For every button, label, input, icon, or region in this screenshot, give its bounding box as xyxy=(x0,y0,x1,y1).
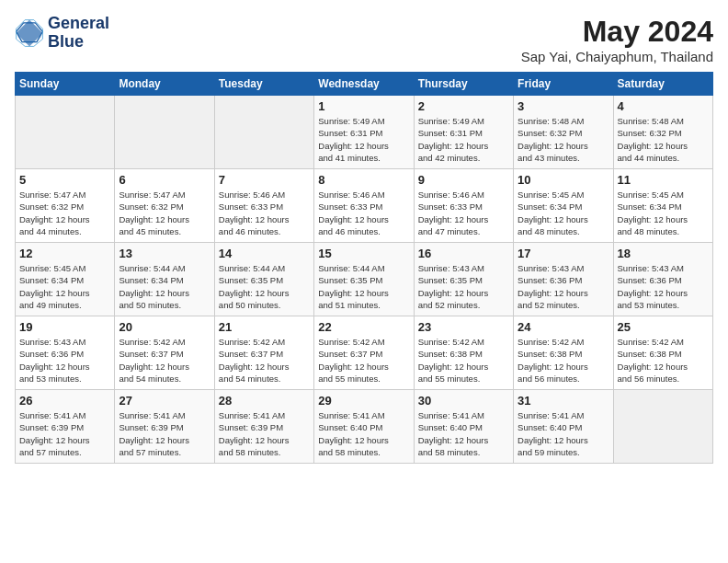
logo-icon xyxy=(15,18,44,48)
calendar-cell xyxy=(115,96,214,169)
calendar-cell: 21Sunrise: 5:42 AM Sunset: 6:37 PM Dayli… xyxy=(214,316,313,390)
weekday-header-monday: Monday xyxy=(115,73,214,96)
day-info: Sunrise: 5:45 AM Sunset: 6:34 PM Dayligh… xyxy=(19,262,110,311)
calendar-cell: 22Sunrise: 5:42 AM Sunset: 6:37 PM Dayli… xyxy=(314,316,414,390)
calendar-cell: 29Sunrise: 5:41 AM Sunset: 6:40 PM Dayli… xyxy=(314,390,414,464)
day-info: Sunrise: 5:42 AM Sunset: 6:37 PM Dayligh… xyxy=(219,336,310,385)
weekday-header-saturday: Saturday xyxy=(613,73,712,96)
day-info: Sunrise: 5:49 AM Sunset: 6:31 PM Dayligh… xyxy=(418,115,509,164)
day-number: 17 xyxy=(518,247,609,260)
day-number: 3 xyxy=(518,99,609,113)
day-info: Sunrise: 5:41 AM Sunset: 6:39 PM Dayligh… xyxy=(119,409,210,458)
day-info: Sunrise: 5:43 AM Sunset: 6:36 PM Dayligh… xyxy=(19,336,110,385)
weekday-header-wednesday: Wednesday xyxy=(314,73,414,96)
day-number: 16 xyxy=(418,247,509,260)
calendar-cell: 30Sunrise: 5:41 AM Sunset: 6:40 PM Dayli… xyxy=(414,390,513,464)
calendar-cell: 4Sunrise: 5:48 AM Sunset: 6:32 PM Daylig… xyxy=(613,96,712,169)
calendar-cell xyxy=(214,96,313,169)
day-number: 10 xyxy=(518,173,609,187)
day-number: 9 xyxy=(418,173,509,187)
day-number: 19 xyxy=(19,320,110,334)
day-info: Sunrise: 5:43 AM Sunset: 6:36 PM Dayligh… xyxy=(618,262,709,311)
calendar-cell: 8Sunrise: 5:46 AM Sunset: 6:33 PM Daylig… xyxy=(314,169,414,243)
day-info: Sunrise: 5:42 AM Sunset: 6:38 PM Dayligh… xyxy=(418,336,509,385)
day-info: Sunrise: 5:42 AM Sunset: 6:37 PM Dayligh… xyxy=(119,336,210,385)
day-number: 7 xyxy=(219,173,310,187)
logo: General Blue xyxy=(15,15,109,52)
day-number: 12 xyxy=(19,247,110,260)
weekday-header-friday: Friday xyxy=(514,73,613,96)
day-info: Sunrise: 5:46 AM Sunset: 6:33 PM Dayligh… xyxy=(318,189,409,237)
page-header: General Blue May 2024 Sap Yai, Chaiyaphu… xyxy=(15,15,713,64)
day-number: 31 xyxy=(518,394,609,408)
calendar-week-5: 26Sunrise: 5:41 AM Sunset: 6:39 PM Dayli… xyxy=(16,390,713,464)
day-number: 21 xyxy=(219,320,310,334)
day-number: 27 xyxy=(119,394,210,408)
day-info: Sunrise: 5:45 AM Sunset: 6:34 PM Dayligh… xyxy=(618,189,709,237)
calendar-cell: 24Sunrise: 5:42 AM Sunset: 6:38 PM Dayli… xyxy=(514,316,613,390)
day-number: 4 xyxy=(618,99,709,113)
calendar-cell: 17Sunrise: 5:43 AM Sunset: 6:36 PM Dayli… xyxy=(514,243,613,316)
day-number: 22 xyxy=(318,320,409,334)
calendar-cell xyxy=(613,390,712,464)
day-info: Sunrise: 5:41 AM Sunset: 6:40 PM Dayligh… xyxy=(418,409,509,458)
calendar-cell: 16Sunrise: 5:43 AM Sunset: 6:35 PM Dayli… xyxy=(414,243,513,316)
day-number: 29 xyxy=(318,394,409,408)
calendar-table: SundayMondayTuesdayWednesdayThursdayFrid… xyxy=(15,72,713,464)
day-number: 5 xyxy=(19,173,110,187)
day-info: Sunrise: 5:44 AM Sunset: 6:35 PM Dayligh… xyxy=(219,262,310,311)
location-subtitle: Sap Yai, Chaiyaphum, Thailand xyxy=(521,49,713,64)
day-number: 25 xyxy=(618,320,709,334)
day-number: 24 xyxy=(518,320,609,334)
day-info: Sunrise: 5:47 AM Sunset: 6:32 PM Dayligh… xyxy=(119,189,210,237)
calendar-cell: 31Sunrise: 5:41 AM Sunset: 6:40 PM Dayli… xyxy=(514,390,613,464)
calendar-cell: 23Sunrise: 5:42 AM Sunset: 6:38 PM Dayli… xyxy=(414,316,513,390)
calendar-cell: 14Sunrise: 5:44 AM Sunset: 6:35 PM Dayli… xyxy=(214,243,313,316)
calendar-cell: 12Sunrise: 5:45 AM Sunset: 6:34 PM Dayli… xyxy=(16,243,115,316)
day-info: Sunrise: 5:44 AM Sunset: 6:34 PM Dayligh… xyxy=(119,262,210,311)
day-info: Sunrise: 5:41 AM Sunset: 6:40 PM Dayligh… xyxy=(318,409,409,458)
day-number: 6 xyxy=(119,173,210,187)
day-info: Sunrise: 5:47 AM Sunset: 6:32 PM Dayligh… xyxy=(19,189,110,237)
calendar-cell: 26Sunrise: 5:41 AM Sunset: 6:39 PM Dayli… xyxy=(16,390,115,464)
day-number: 20 xyxy=(119,320,210,334)
calendar-cell: 1Sunrise: 5:49 AM Sunset: 6:31 PM Daylig… xyxy=(314,96,414,169)
calendar-cell: 2Sunrise: 5:49 AM Sunset: 6:31 PM Daylig… xyxy=(414,96,513,169)
day-number: 11 xyxy=(618,173,709,187)
calendar-cell: 27Sunrise: 5:41 AM Sunset: 6:39 PM Dayli… xyxy=(115,390,214,464)
calendar-week-4: 19Sunrise: 5:43 AM Sunset: 6:36 PM Dayli… xyxy=(16,316,713,390)
day-info: Sunrise: 5:46 AM Sunset: 6:33 PM Dayligh… xyxy=(418,189,509,237)
day-number: 30 xyxy=(418,394,509,408)
calendar-cell: 20Sunrise: 5:42 AM Sunset: 6:37 PM Dayli… xyxy=(115,316,214,390)
day-info: Sunrise: 5:43 AM Sunset: 6:35 PM Dayligh… xyxy=(418,262,509,311)
calendar-cell: 6Sunrise: 5:47 AM Sunset: 6:32 PM Daylig… xyxy=(115,169,214,243)
day-number: 14 xyxy=(219,247,310,260)
calendar-cell: 11Sunrise: 5:45 AM Sunset: 6:34 PM Dayli… xyxy=(613,169,712,243)
calendar-week-2: 5Sunrise: 5:47 AM Sunset: 6:32 PM Daylig… xyxy=(16,169,713,243)
day-info: Sunrise: 5:42 AM Sunset: 6:38 PM Dayligh… xyxy=(618,336,709,385)
day-number: 15 xyxy=(318,247,409,260)
calendar-cell: 10Sunrise: 5:45 AM Sunset: 6:34 PM Dayli… xyxy=(514,169,613,243)
calendar-cell: 9Sunrise: 5:46 AM Sunset: 6:33 PM Daylig… xyxy=(414,169,513,243)
day-number: 28 xyxy=(219,394,310,408)
calendar-cell: 13Sunrise: 5:44 AM Sunset: 6:34 PM Dayli… xyxy=(115,243,214,316)
weekday-header-row: SundayMondayTuesdayWednesdayThursdayFrid… xyxy=(16,73,713,96)
calendar-week-1: 1Sunrise: 5:49 AM Sunset: 6:31 PM Daylig… xyxy=(16,96,713,169)
day-info: Sunrise: 5:45 AM Sunset: 6:34 PM Dayligh… xyxy=(518,189,609,237)
day-number: 2 xyxy=(418,99,509,113)
day-number: 8 xyxy=(318,173,409,187)
calendar-cell: 25Sunrise: 5:42 AM Sunset: 6:38 PM Dayli… xyxy=(613,316,712,390)
calendar-cell: 5Sunrise: 5:47 AM Sunset: 6:32 PM Daylig… xyxy=(16,169,115,243)
calendar-week-3: 12Sunrise: 5:45 AM Sunset: 6:34 PM Dayli… xyxy=(16,243,713,316)
day-info: Sunrise: 5:41 AM Sunset: 6:40 PM Dayligh… xyxy=(518,409,609,458)
calendar-cell: 15Sunrise: 5:44 AM Sunset: 6:35 PM Dayli… xyxy=(314,243,414,316)
day-number: 26 xyxy=(19,394,110,408)
day-info: Sunrise: 5:48 AM Sunset: 6:32 PM Dayligh… xyxy=(518,115,609,164)
day-info: Sunrise: 5:41 AM Sunset: 6:39 PM Dayligh… xyxy=(219,409,310,458)
day-info: Sunrise: 5:48 AM Sunset: 6:32 PM Dayligh… xyxy=(618,115,709,164)
title-block: May 2024 Sap Yai, Chaiyaphum, Thailand xyxy=(521,15,713,64)
day-info: Sunrise: 5:43 AM Sunset: 6:36 PM Dayligh… xyxy=(518,262,609,311)
calendar-cell: 3Sunrise: 5:48 AM Sunset: 6:32 PM Daylig… xyxy=(514,96,613,169)
weekday-header-tuesday: Tuesday xyxy=(214,73,313,96)
calendar-cell xyxy=(16,96,115,169)
